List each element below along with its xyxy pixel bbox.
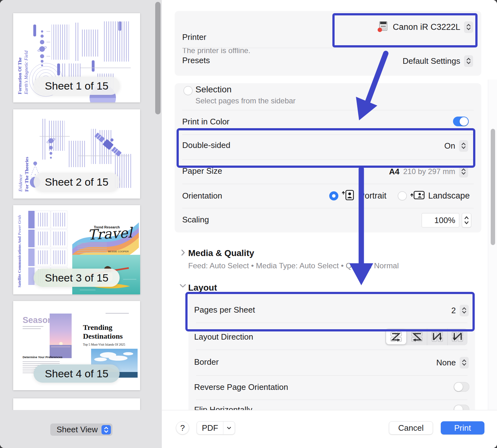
landscape-radio[interactable] <box>398 191 407 200</box>
orientation-options: Portrait Landscape <box>329 190 470 201</box>
svg-text:Evidence: Evidence <box>18 174 23 192</box>
reverse-page-orientation-label: Reverse Page Orientation <box>194 382 288 392</box>
border-value: None <box>436 358 456 368</box>
preview-sidebar: Formation Of The Earth's Magnetic Field <box>0 0 162 448</box>
divider <box>196 375 467 376</box>
sheet-3-label: Sheet 3 of 15 <box>34 269 120 287</box>
layout-disclosure-icon[interactable] <box>179 283 187 289</box>
dialog-footer: ? PDF Cancel Print <box>162 410 497 448</box>
sheet-4-label: Sheet 4 of 15 <box>34 364 120 383</box>
scaling-stepper[interactable] <box>462 213 471 227</box>
svg-text:Earth's Magnetic Field: Earth's Magnetic Field <box>24 50 29 95</box>
cancel-button[interactable]: Cancel <box>389 421 433 434</box>
landscape-icon <box>410 190 425 202</box>
settings-scrollbar-track[interactable] <box>488 79 497 410</box>
portrait-radio[interactable] <box>329 191 338 200</box>
pages-per-sheet-value: 2 <box>451 306 456 315</box>
divider <box>182 208 474 208</box>
svg-text:For The Theories: For The Theories <box>24 157 29 192</box>
portrait-icon <box>341 190 356 202</box>
svg-text:Destinations: Destinations <box>83 332 123 340</box>
scaling-input[interactable]: 100% <box>422 213 459 227</box>
printer-select[interactable]: Canon iR C3222L <box>377 19 473 35</box>
border-select[interactable]: None <box>436 357 469 369</box>
paper-size-select[interactable]: A4 210 by 297 mm <box>389 166 468 178</box>
paper-size-value: A4 <box>389 167 399 177</box>
pages-per-sheet-select[interactable]: 2 <box>451 304 469 316</box>
paper-size-label: Paper Size <box>182 166 222 176</box>
svg-text:Determine Your Preferences: Determine Your Preferences <box>23 355 63 359</box>
reverse-page-orientation-toggle[interactable] <box>454 382 469 392</box>
svg-text:Satellite Communications AndPo: Satellite Communications AndPower Grids <box>17 215 22 287</box>
print-in-color-label: Print in Color <box>182 117 229 127</box>
sheet-1-label: Sheet 1 of 15 <box>34 77 120 95</box>
print-settings-panel: Printer The printer is offline. Canon iR… <box>162 0 497 448</box>
divider <box>182 48 474 48</box>
paper-size-dimensions: 210 by 297 mm <box>403 167 455 176</box>
sidebar-scrollbar[interactable] <box>155 2 161 114</box>
pdf-menu-button[interactable]: PDF <box>197 421 235 434</box>
layout-group: Pages per Sheet 2 Layout Direction <box>188 294 475 426</box>
sheet-view-stepper-icon <box>101 425 111 434</box>
selection-label: Selection <box>195 85 232 95</box>
divider <box>196 350 467 350</box>
layout-direction-control <box>385 328 467 345</box>
double-sided-select[interactable]: On <box>444 140 468 152</box>
sheet-preview-1[interactable]: Formation Of The Earth's Magnetic Field <box>13 13 140 102</box>
divider <box>196 323 467 323</box>
printer-icon <box>377 20 389 34</box>
printer-presets-group: Printer The printer is offline. Canon iR… <box>175 11 481 76</box>
scaling-label: Scaling <box>182 215 209 225</box>
print-dialog-window: Formation Of The Earth's Magnetic Field <box>0 0 497 448</box>
svg-text:BESSIE COOPER: BESSIE COOPER <box>108 250 129 253</box>
layout-direction-z-button[interactable] <box>386 329 406 344</box>
double-sided-value: On <box>444 141 455 151</box>
layout-direction-n-reverse-button[interactable] <box>427 328 447 345</box>
printer-label: Printer <box>182 32 206 42</box>
presets-value: Default Settings <box>402 56 460 66</box>
pages-per-sheet-stepper-icon <box>460 305 469 316</box>
layout-header[interactable]: Layout <box>188 283 217 293</box>
landscape-label[interactable]: Landscape <box>428 191 470 201</box>
divider <box>196 400 467 400</box>
layout-direction-s-button[interactable] <box>407 328 427 345</box>
sheet-preview-3[interactable]: Satellite Communications AndPower Grids <box>13 205 140 294</box>
pdf-button-label: PDF <box>197 423 223 433</box>
help-button[interactable]: ? <box>176 421 189 434</box>
layout-direction-n-button[interactable] <box>447 328 468 345</box>
svg-text:Travel: Travel <box>87 224 134 243</box>
chevron-down-icon <box>223 422 235 434</box>
svg-text:Season: Season <box>23 315 53 325</box>
svg-text:Top 5 Must-Visit Islands Of 20: Top 5 Must-Visit Islands Of 2025 <box>83 343 125 346</box>
media-quality-summary: Feed: Auto Select • Media Type: Auto Sel… <box>188 261 399 270</box>
sheet-preview-2[interactable]: Evidence For The Theories <box>13 109 140 199</box>
presets-stepper-icon <box>464 55 473 67</box>
layout-direction-label: Layout Direction <box>194 332 253 342</box>
double-sided-stepper-icon <box>459 140 468 152</box>
sheet-preview-4[interactable]: Season Determine Your Preferences Trendi… <box>13 301 140 390</box>
divider <box>182 110 474 110</box>
border-label: Border <box>194 357 219 367</box>
media-quality-header[interactable]: Media & Quality <box>188 248 254 258</box>
portrait-label[interactable]: Portrait <box>359 191 386 201</box>
selection-radio[interactable] <box>183 86 193 95</box>
sidebar-footer: Sheet View <box>0 410 162 448</box>
printer-stepper-icon <box>464 21 473 33</box>
print-in-color-toggle[interactable] <box>453 117 469 126</box>
page-options-group: Selection Select pages from the sidebar … <box>175 83 481 232</box>
divider <box>182 134 474 135</box>
selection-description: Select pages from the sidebar <box>195 96 296 105</box>
presets-label: Presets <box>182 56 210 65</box>
divider <box>182 160 474 160</box>
media-quality-disclosure-icon[interactable] <box>181 249 185 258</box>
presets-select[interactable]: Default Settings <box>402 55 473 67</box>
settings-scrollbar-thumb[interactable] <box>491 129 495 245</box>
print-button[interactable]: Print <box>441 421 484 434</box>
printer-value: Canon iR C3222L <box>393 22 460 32</box>
orientation-label: Orientation <box>182 191 222 201</box>
pages-per-sheet-label: Pages per Sheet <box>194 305 255 315</box>
svg-text:Trending: Trending <box>83 323 112 331</box>
divider <box>182 184 474 184</box>
border-stepper-icon <box>460 357 469 369</box>
sheet-view-selector[interactable]: Sheet View <box>50 423 112 436</box>
